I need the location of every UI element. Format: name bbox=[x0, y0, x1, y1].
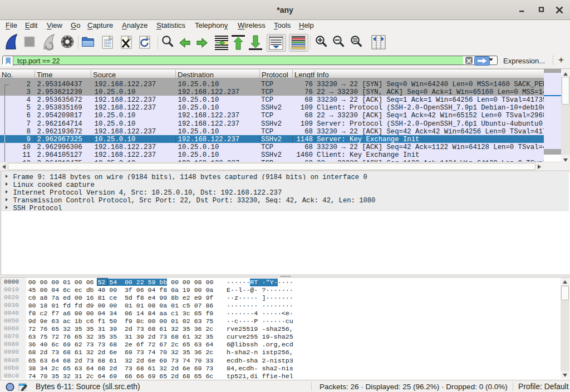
svg-text:0111: 0111 bbox=[104, 44, 111, 48]
